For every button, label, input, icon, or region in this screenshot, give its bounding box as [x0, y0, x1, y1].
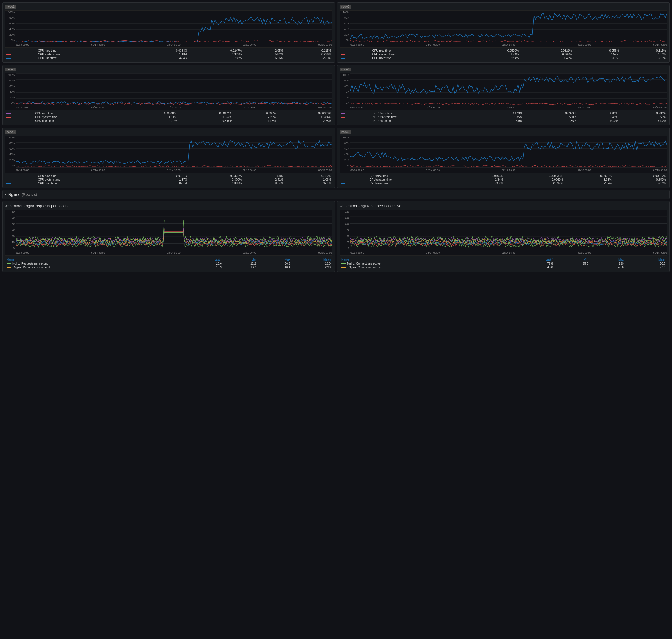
chart-inner	[16, 210, 332, 250]
y-label: 100%	[340, 74, 350, 76]
x-label: 02/15 00:00	[577, 106, 591, 109]
chart-area: 1501251007550250 02/14 00:0002/14 08:000…	[340, 210, 667, 256]
chart-inner	[16, 73, 332, 105]
legend-color	[341, 264, 346, 264]
legend-color	[6, 50, 11, 51]
legend-color	[6, 267, 11, 268]
y-label: 125	[340, 217, 350, 219]
chart-inner	[16, 11, 332, 42]
metric-mean: 0.784%	[277, 115, 332, 119]
metric-mean: 2.98	[292, 265, 332, 269]
y-label: 40	[5, 223, 16, 225]
y-axis: 100%80%60%40%20%0%	[340, 136, 350, 168]
legend-row[interactable]: : Nginx: Connections active 45.6 3 45.6 …	[340, 265, 667, 269]
y-label: 20	[5, 235, 16, 238]
bottom-panel-1: web mirror - nginx connections active 15…	[337, 201, 670, 272]
y-label: 60%	[5, 148, 16, 150]
metric-mean: 1.59%	[619, 115, 667, 119]
x-label: 02/15 08:00	[318, 251, 332, 254]
nginx-section-header[interactable]: › Nginx (0 panels)	[2, 190, 670, 199]
metric-last: 45.6	[512, 265, 555, 269]
metric-last: 1.18%	[134, 52, 189, 56]
chart-svg	[350, 136, 667, 168]
y-label: 0	[340, 247, 350, 250]
y-label: 50	[340, 235, 350, 238]
x-label: 02/14 08:00	[91, 43, 105, 46]
chart-svg	[16, 11, 332, 42]
legend-table: : CPU nice time 0.123% 0.0929% 2.89% 0.2…	[340, 111, 667, 123]
x-axis: 02/14 00:0002/14 08:0002/14 16:0002/15 0…	[350, 250, 667, 255]
metric-min: 0.0322%	[189, 174, 243, 178]
panel-header: node3	[5, 67, 332, 71]
legend-color	[6, 180, 11, 180]
metric-last: 77.8	[512, 262, 555, 265]
metric-max: 2.41%	[243, 178, 284, 182]
legend-color	[6, 117, 11, 118]
metric-last: 15.9	[183, 265, 223, 269]
x-label: 02/14 08:00	[91, 106, 105, 109]
x-axis: 02/14 00:0002/14 08:0002/14 16:0002/15 0…	[350, 168, 667, 173]
x-label: 02/15 08:00	[318, 106, 332, 109]
legend-table: CPU nice time 0.00231% 0.00171% 0.238% 0…	[5, 111, 332, 123]
legend-row[interactable]: Nginx: Connections active 77.8 25.6 129 …	[340, 262, 667, 265]
metric-last: 0.0590%	[467, 49, 520, 52]
metric-max: 91.7%	[564, 182, 613, 185]
panel-badge: node2	[340, 5, 351, 9]
metric-max: 1.58%	[243, 174, 284, 178]
metric-mean: 0.00517%	[613, 174, 667, 178]
cpu-panel-4: node5 100%80%60%40%20%0% 02/14 00:0002/1…	[2, 128, 335, 188]
x-axis: 02/14 00:0002/14 08:0002/14 16:0002/15 0…	[350, 105, 667, 110]
legend-color	[341, 50, 346, 51]
x-label: 02/14 16:00	[502, 169, 515, 172]
dashboard: node1 100%80%60%40%20%0% 02/14 00:0002/1…	[0, 0, 672, 274]
y-label: 40%	[340, 91, 350, 93]
metric-last: 42.4%	[134, 56, 189, 60]
cpu-panel-2: node3 100%80%60%40%20%0% 02/14 00:0002/1…	[2, 65, 335, 125]
y-label: 60%	[340, 148, 350, 150]
legend-table: CPU nice time 0.0383% 0.0247% 2.95% 0.11…	[5, 49, 332, 60]
y-label: 25	[340, 241, 350, 244]
metric-max: 56.3	[258, 262, 292, 265]
legend-row[interactable]: Nginx: Requests per second 20.6 12.2 56.…	[5, 262, 332, 265]
metric-name: : Nginx: Connections active	[340, 265, 512, 269]
x-label: 02/14 08:00	[426, 106, 440, 109]
metric-min: 0.000533%	[504, 174, 564, 178]
x-label: 02/14 08:00	[91, 251, 105, 254]
metric-mean: 22.9%	[284, 56, 332, 60]
x-label: 02/14 00:00	[350, 43, 364, 46]
metric-last: 4.70%	[123, 119, 178, 123]
x-label: 02/15 08:00	[318, 169, 332, 172]
y-label: 60%	[5, 22, 16, 25]
y-label: 0%	[5, 164, 16, 167]
x-label: 02/15 08:00	[653, 169, 667, 172]
metric-mean: 0.00689%	[277, 111, 332, 115]
panel-title: web mirror - nginx connections active	[340, 204, 667, 208]
metric-last: 0.123%	[476, 111, 524, 115]
y-label: 40%	[340, 28, 350, 30]
metric-name: CPU nice time	[371, 49, 467, 52]
y-label: 100%	[5, 74, 16, 76]
legend-color	[341, 113, 346, 114]
metric-last: 1.85%	[476, 115, 524, 119]
legend-color	[341, 121, 346, 121]
legend-row: CPU user time 74.2% 0.597% 91.7% 40.1%	[340, 182, 667, 185]
legend-row: CPU nice time 0.0751% 0.0322% 1.58% 0.12…	[5, 174, 332, 178]
legend-row[interactable]: : Nginx: Requests per second 15.9 1.47 4…	[5, 265, 332, 269]
x-label: 02/14 00:00	[16, 169, 29, 172]
metric-last: 1.74%	[467, 52, 520, 56]
metric-min: 0.0969%	[504, 178, 564, 182]
chart-area: 100%80%60%40%20%0% 02/14 00:0002/14 08:0…	[340, 73, 667, 110]
y-label: 40%	[5, 91, 16, 93]
legend-color	[341, 58, 346, 59]
x-label: 02/14 08:00	[426, 43, 440, 46]
panel-header: node6	[340, 130, 667, 134]
metric-max: 45.6	[590, 265, 625, 269]
metric-name: : CPU user time	[372, 119, 475, 123]
metric-min: 0.597%	[504, 182, 564, 185]
y-label: 100%	[340, 11, 350, 14]
y-label: 100	[340, 223, 350, 225]
metric-max: 11.3%	[234, 119, 277, 123]
metric-name: CPU system time	[37, 52, 134, 56]
chart-inner	[16, 136, 332, 168]
legend-color	[6, 58, 11, 59]
